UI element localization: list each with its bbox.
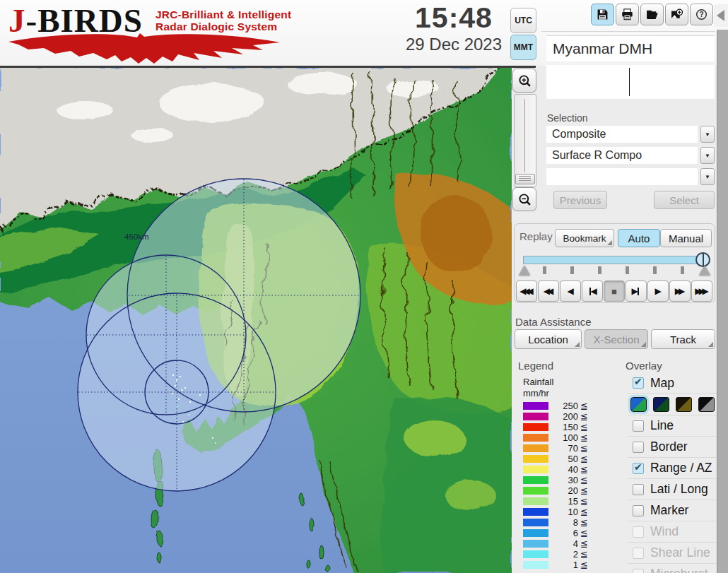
map-style-swatch-black-gray[interactable] <box>698 397 715 412</box>
dropdown-row: Surface R Compo▼ <box>546 147 715 164</box>
radar-map[interactable]: 450km <box>0 68 512 573</box>
location-button[interactable]: Location <box>515 329 582 349</box>
leq-symbol: ≦ <box>578 560 588 570</box>
overlay-label: Overlay <box>626 360 662 372</box>
slider-tick <box>543 266 546 274</box>
zoom-out-button[interactable] <box>512 187 536 211</box>
replay-slider-ticks <box>543 266 684 274</box>
checked-checkbox[interactable] <box>633 377 644 389</box>
dropdown-row: Composite▼ <box>546 126 715 143</box>
legend-swatch <box>523 550 548 558</box>
legend-row: 50≦ <box>523 454 588 464</box>
unchecked-checkbox <box>633 569 644 573</box>
text-caret <box>629 68 630 96</box>
legend-row: 30≦ <box>523 475 588 485</box>
leq-symbol: ≦ <box>578 517 588 528</box>
overlay-item-label: Marker <box>650 503 688 518</box>
forward-fast-button[interactable]: ▶▶▶ <box>691 280 712 302</box>
clock: 15:48 29 Dec 2023 <box>393 1 515 55</box>
dropdown-arrow-button[interactable]: ▼ <box>700 168 715 185</box>
replay-range-end-marker[interactable] <box>699 266 710 276</box>
printer-icon <box>621 8 633 20</box>
play-reverse-button[interactable]: ◀ <box>560 280 581 302</box>
dropdown-arrow-button[interactable]: ▼ <box>700 147 715 164</box>
rewind-button[interactable]: ◀◀ <box>538 280 559 302</box>
checked-checkbox[interactable] <box>633 463 644 474</box>
rewind-fast-button[interactable]: ◀◀◀ <box>516 280 537 302</box>
legend-row: 20≦ <box>523 485 588 496</box>
stop-button[interactable]: ■ <box>604 280 625 302</box>
timezone-utc-button[interactable]: UTC <box>510 8 536 33</box>
dropdown-value[interactable] <box>546 168 698 185</box>
zoom-slider-thumb[interactable] <box>515 174 535 184</box>
step-back-button[interactable]: ◀ <box>582 280 603 302</box>
legend-swatch <box>523 487 548 495</box>
zoom-slider-track[interactable] <box>514 94 536 187</box>
legend-value: 4 <box>548 538 578 549</box>
help-button[interactable]: ? <box>690 4 713 25</box>
add-image-icon <box>671 8 683 20</box>
leq-symbol: ≦ <box>578 485 588 496</box>
leq-symbol: ≦ <box>578 464 588 475</box>
bookmark-button[interactable]: Bookmark <box>555 229 614 247</box>
triangle-glyph: ▶ <box>679 287 685 295</box>
print-button[interactable] <box>616 4 639 25</box>
open-folder-button[interactable] <box>640 4 664 25</box>
legend-value: 6 <box>548 528 578 538</box>
dropdown-value[interactable]: Surface R Compo <box>546 147 698 164</box>
chevron-down-icon: ▼ <box>705 174 710 180</box>
auto-mode-button[interactable]: Auto <box>618 229 660 247</box>
panel-scrollbar[interactable] <box>717 30 728 573</box>
legend-row: 10≦ <box>523 507 588 517</box>
legend-value: 100 <box>548 432 578 443</box>
legend-swatch <box>523 423 548 431</box>
triangle-glyph: ◀ <box>547 287 553 295</box>
replay-range-start-marker[interactable] <box>519 266 530 276</box>
manual-mode-button[interactable]: Manual <box>660 229 712 247</box>
dropdown-arrow-button[interactable]: ▼ <box>700 126 715 143</box>
save-button[interactable] <box>591 4 614 25</box>
magnifier-plus-icon <box>518 74 532 88</box>
clock-date: 29 Dec 2023 <box>393 35 515 55</box>
leq-symbol: ≦ <box>578 538 588 549</box>
legend-row: 2≦ <box>523 549 588 560</box>
step-forward-button[interactable]: ▶ <box>626 280 647 302</box>
slider-tick <box>681 266 684 274</box>
unchecked-checkbox[interactable] <box>633 505 644 516</box>
play-button[interactable]: ▶ <box>647 280 669 302</box>
zoom-in-button[interactable] <box>512 69 536 93</box>
slider-tick <box>570 266 574 274</box>
timezone-mmt-button[interactable]: MMT <box>510 35 536 60</box>
slider-tick <box>626 266 629 274</box>
playback-controls: ◀◀◀◀◀◀◀■▶▶▶▶▶▶▶ <box>516 280 712 302</box>
unchecked-checkbox[interactable] <box>633 420 644 432</box>
legend-row: 100≦ <box>523 432 588 443</box>
panel-collapse-tab[interactable] <box>714 4 728 27</box>
map-style-swatch-navy-darkgreen[interactable] <box>653 397 669 412</box>
legend-scale: 250≦200≦150≦100≦70≦50≦40≦30≦20≦15≦10≦8≦6… <box>523 401 588 570</box>
track-button[interactable]: Track <box>651 329 715 349</box>
replay-slider-thumb[interactable] <box>695 252 710 267</box>
overlay-row-range-az: Range / AZ <box>628 457 717 478</box>
add-image-button[interactable] <box>665 4 688 25</box>
unchecked-checkbox[interactable] <box>633 442 644 453</box>
leq-symbol: ≦ <box>578 454 588 464</box>
station-name-row[interactable]: Myanmar DMH <box>546 35 715 61</box>
station-input-box[interactable] <box>546 65 715 99</box>
floppy-save-icon <box>597 8 609 20</box>
previous-button[interactable]: Previous <box>553 191 607 209</box>
map-style-swatch-black-olive[interactable] <box>676 397 692 412</box>
replay-slider-track[interactable] <box>523 256 705 264</box>
clock-time: 15:48 <box>393 1 515 35</box>
map-style-swatch-blue-green[interactable] <box>630 397 647 412</box>
legend-swatch <box>523 519 548 526</box>
overlay-item-label: Line <box>650 418 674 433</box>
slider-tick <box>653 266 657 274</box>
forward-button[interactable]: ▶▶ <box>669 280 691 302</box>
leq-symbol: ≦ <box>578 496 588 507</box>
dropdown-value[interactable]: Composite <box>546 126 698 143</box>
xsection-button[interactable]: X-Section <box>585 329 648 349</box>
unchecked-checkbox[interactable] <box>633 484 644 495</box>
select-button[interactable]: Select <box>654 191 715 209</box>
legend-swatch <box>523 540 548 548</box>
